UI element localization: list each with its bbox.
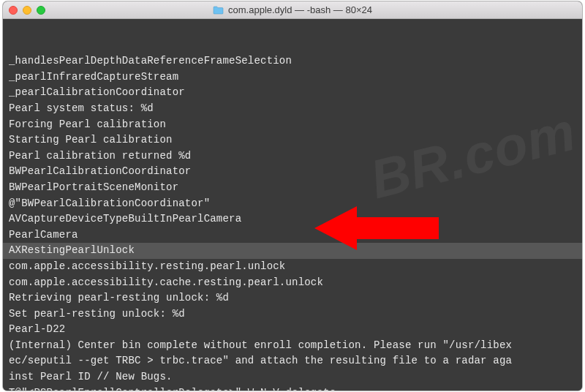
terminal-window: com.apple.dyld — -bash — 80×24 _handlesP… xyxy=(3,1,582,391)
terminal-line: Pearl calibration returned %d xyxy=(9,148,576,165)
terminal-line: AVCaptureDeviceTypeBuiltInPearlCamera xyxy=(9,211,576,227)
terminal-line: Starting Pearl calibration xyxy=(9,132,576,148)
traffic-lights xyxy=(9,6,45,15)
terminal-line: _handlesPearlDepthDataReferenceFrameSele… xyxy=(9,53,576,69)
terminal-line: Retrieving pearl-resting unlock: %d xyxy=(9,290,576,306)
terminal-line: T@"<PSPearlEnrollControllerDelegate>",W,… xyxy=(9,385,576,391)
folder-icon xyxy=(213,6,224,15)
zoom-button[interactable] xyxy=(37,6,45,15)
terminal-line: inst Pearl ID // New Bugs. xyxy=(9,369,576,385)
terminal-line: (Internal) Center bin complete without e… xyxy=(9,338,576,354)
minimize-button[interactable] xyxy=(23,6,31,15)
terminal-line: _pearlInfraredCaptureStream xyxy=(9,69,576,86)
terminal-line: @"BWPearlCalibrationCoordinator" xyxy=(9,196,576,212)
window-title: com.apple.dyld — -bash — 80×24 xyxy=(3,4,582,15)
terminal-line: Forcing Pearl calibration xyxy=(9,117,576,133)
terminal-line: BWPearlCalibrationCoordinator xyxy=(9,164,576,180)
terminal-line: ec/seputil --get TRBC > trbc.trace" and … xyxy=(9,353,576,369)
terminal-line: AXRestingPearlUnlock xyxy=(3,243,582,259)
terminal-line: com.apple.accessibility.cache.resting.pe… xyxy=(9,275,576,291)
title-text: com.apple.dyld — -bash — 80×24 xyxy=(228,4,372,15)
terminal-line: BWPearlPortraitSceneMonitor xyxy=(9,180,576,196)
terminal-line: Set pearl-resting unlock: %d xyxy=(9,306,576,323)
close-button[interactable] xyxy=(9,6,18,15)
terminal-line: _pearlCalibrationCoordinator xyxy=(9,85,576,101)
terminal-line: Pearl-D22 xyxy=(9,322,576,338)
terminal-line: PearlCamera xyxy=(9,227,576,244)
terminal-body[interactable]: _handlesPearlDepthDataReferenceFrameSele… xyxy=(3,19,582,391)
titlebar: com.apple.dyld — -bash — 80×24 xyxy=(3,1,582,19)
terminal-line: com.apple.accessibility.resting.pearl.un… xyxy=(9,259,576,275)
terminal-line: Pearl system status: %d xyxy=(9,101,576,117)
